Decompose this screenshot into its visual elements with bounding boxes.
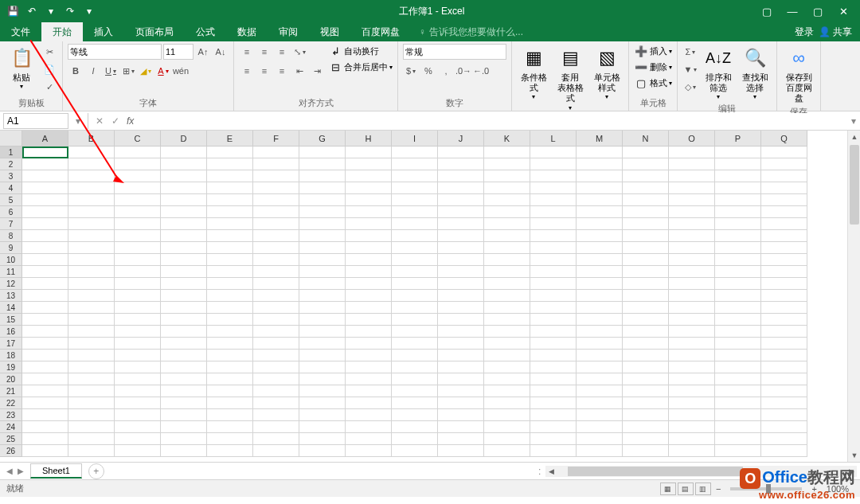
cell[interactable] <box>68 421 115 433</box>
cell[interactable] <box>68 206 115 218</box>
page-break-view-icon[interactable]: ▥ <box>695 483 711 495</box>
cell[interactable] <box>715 302 761 314</box>
cell[interactable] <box>161 218 207 230</box>
cell[interactable] <box>530 397 577 409</box>
cell[interactable] <box>623 361 669 373</box>
row-header[interactable]: 7 <box>0 218 22 230</box>
cell[interactable] <box>207 350 253 361</box>
column-header[interactable]: A <box>22 131 68 147</box>
cell[interactable] <box>299 373 346 385</box>
cell[interactable] <box>299 206 346 218</box>
cell[interactable] <box>253 170 299 182</box>
column-header[interactable]: M <box>577 131 623 147</box>
copy-icon[interactable]: 📄 <box>41 61 57 77</box>
cell[interactable] <box>623 242 669 254</box>
row-header[interactable]: 6 <box>0 206 22 218</box>
cell[interactable] <box>161 361 207 373</box>
row-header[interactable]: 10 <box>0 254 22 266</box>
cell[interactable] <box>715 350 761 361</box>
cell[interactable] <box>68 194 115 206</box>
cell[interactable] <box>577 338 623 350</box>
cell[interactable] <box>530 254 577 266</box>
vertical-scrollbar[interactable]: ▲ ▼ <box>847 131 860 462</box>
cell[interactable] <box>22 182 68 194</box>
cell[interactable] <box>346 314 392 326</box>
cell[interactable] <box>577 242 623 254</box>
cell[interactable] <box>715 170 761 182</box>
cell[interactable] <box>22 266 68 278</box>
cell[interactable] <box>761 266 807 278</box>
tab-page-layout[interactable]: 页面布局 <box>124 22 185 41</box>
cell[interactable] <box>623 385 669 397</box>
cell[interactable] <box>484 254 530 266</box>
cell[interactable] <box>530 338 577 350</box>
cell[interactable] <box>761 361 807 373</box>
cut-icon[interactable]: ✂ <box>41 44 57 60</box>
cell[interactable] <box>715 373 761 385</box>
cell[interactable] <box>68 433 115 445</box>
cell[interactable] <box>761 433 807 445</box>
cell[interactable] <box>115 385 161 397</box>
cell[interactable] <box>207 147 253 158</box>
cell[interactable] <box>346 170 392 182</box>
cell[interactable] <box>253 373 299 385</box>
cell[interactable] <box>161 385 207 397</box>
cell[interactable] <box>530 278 577 290</box>
cell[interactable] <box>761 409 807 421</box>
redo-icon[interactable]: ↷ <box>64 5 76 18</box>
cell[interactable] <box>669 409 715 421</box>
cell[interactable] <box>161 445 207 457</box>
cell[interactable] <box>207 290 253 302</box>
cell[interactable] <box>669 302 715 314</box>
cell[interactable] <box>623 326 669 338</box>
border-icon[interactable]: ⊞ <box>120 63 136 79</box>
cell[interactable] <box>299 361 346 373</box>
cell[interactable] <box>577 218 623 230</box>
cell[interactable] <box>438 409 484 421</box>
cell[interactable] <box>346 409 392 421</box>
cell[interactable] <box>299 409 346 421</box>
cell[interactable] <box>161 230 207 242</box>
cell[interactable] <box>253 218 299 230</box>
cell[interactable] <box>669 361 715 373</box>
cell[interactable] <box>669 147 715 158</box>
cell[interactable] <box>161 170 207 182</box>
cell[interactable] <box>715 158 761 170</box>
delete-cells-button[interactable]: ➖删除▾ <box>634 60 672 74</box>
cell[interactable] <box>68 182 115 194</box>
cell[interactable] <box>438 350 484 361</box>
format-painter-icon[interactable]: ✓ <box>41 79 57 95</box>
cell[interactable] <box>392 409 438 421</box>
insert-cells-button[interactable]: ➕插入▾ <box>634 44 672 58</box>
cell[interactable] <box>207 361 253 373</box>
tab-view[interactable]: 视图 <box>309 22 350 41</box>
cell[interactable] <box>115 242 161 254</box>
cell[interactable] <box>392 147 438 158</box>
row-header[interactable]: 8 <box>0 230 22 242</box>
cell[interactable] <box>438 278 484 290</box>
cell[interactable] <box>22 158 68 170</box>
cell[interactable] <box>22 397 68 409</box>
cell[interactable] <box>253 206 299 218</box>
cell[interactable] <box>68 326 115 338</box>
cell[interactable] <box>530 230 577 242</box>
cell[interactable] <box>161 421 207 433</box>
cell[interactable] <box>438 302 484 314</box>
cell[interactable] <box>623 302 669 314</box>
cell[interactable] <box>253 147 299 158</box>
cell[interactable] <box>484 170 530 182</box>
cell[interactable] <box>346 254 392 266</box>
cell[interactable] <box>161 290 207 302</box>
cell[interactable] <box>253 242 299 254</box>
cell[interactable] <box>484 147 530 158</box>
cell[interactable] <box>577 361 623 373</box>
cell[interactable] <box>207 409 253 421</box>
cell[interactable] <box>438 158 484 170</box>
cell[interactable] <box>207 170 253 182</box>
cell[interactable] <box>438 170 484 182</box>
row-header[interactable]: 14 <box>0 302 22 314</box>
cell[interactable] <box>438 397 484 409</box>
align-left-icon[interactable]: ≡ <box>239 63 255 79</box>
cell[interactable] <box>22 421 68 433</box>
cell[interactable] <box>253 445 299 457</box>
